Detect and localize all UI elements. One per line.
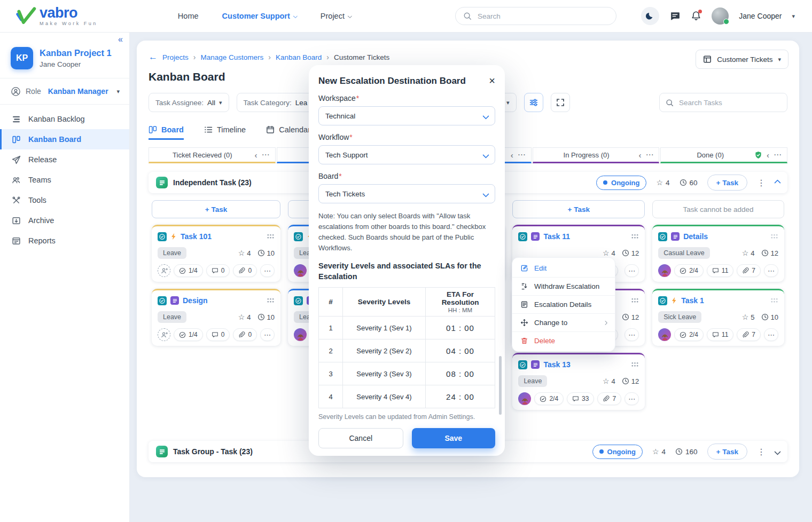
cancel-button[interactable]: Cancel <box>318 428 403 448</box>
column-menu-icon[interactable]: ⋯ <box>518 150 526 160</box>
comments-count[interactable]: 0 <box>206 264 230 277</box>
task-title[interactable]: Task 11 <box>543 232 570 241</box>
messages-button[interactable] <box>669 11 681 22</box>
add-task-button[interactable]: + Task <box>152 200 280 218</box>
card-more-button[interactable]: ⋯ <box>764 328 778 341</box>
drag-handle-icon[interactable] <box>770 233 778 240</box>
task-title[interactable]: Design <box>183 296 208 305</box>
role-selector[interactable]: Role Kanban Manager ▾ <box>0 78 129 105</box>
column-collapse-icon[interactable]: ‹ <box>767 151 769 160</box>
assign-user-icon[interactable] <box>158 264 170 277</box>
comments-count[interactable]: 11 <box>707 264 733 277</box>
card-more-button[interactable]: ⋯ <box>260 264 275 277</box>
menu-item-delete[interactable]: Delete <box>512 331 615 350</box>
menu-item-withdraw-escalation[interactable]: Withdraw Escalation <box>512 277 615 295</box>
task-search[interactable] <box>659 93 787 112</box>
task-title[interactable]: Task 101 <box>181 232 212 241</box>
task-title[interactable]: Task 13 <box>543 360 570 369</box>
menu-item-change-to[interactable]: Change to <box>512 313 615 331</box>
task-search-input[interactable] <box>678 98 776 107</box>
notifications-button[interactable] <box>691 11 701 21</box>
modal-scrollbar[interactable] <box>499 356 502 415</box>
task-card[interactable]: Task 1 Sick Leave ☆5 10 2/4 11 7 ⋯ <box>652 289 784 346</box>
attachments-count[interactable]: 0 <box>233 264 257 277</box>
column-collapse-icon[interactable]: ‹ <box>511 151 513 160</box>
column-collapse-icon[interactable]: ‹ <box>255 151 257 160</box>
drag-handle-icon[interactable] <box>631 233 639 240</box>
sidebar-item-reports[interactable]: Reports <box>0 231 129 251</box>
eta-value[interactable]: 04 : 00 <box>426 339 495 362</box>
tab-timeline[interactable]: Timeline <box>204 125 246 140</box>
comments-count[interactable]: 11 <box>707 328 733 341</box>
board-selector-dropdown[interactable]: Customer Tickets ▾ <box>696 50 788 69</box>
assignee-avatar[interactable] <box>294 264 307 277</box>
attachments-count[interactable]: 7 <box>597 392 621 405</box>
sidebar-collapse-icon[interactable]: « <box>118 35 123 44</box>
user-name[interactable]: Jane Cooper <box>739 12 782 20</box>
add-task-button[interactable]: + Task <box>707 175 747 191</box>
crumb-manage-customers[interactable]: Manage Customers <box>200 53 263 61</box>
eta-value[interactable]: 01 : 00 <box>426 317 495 339</box>
section-expand-icon[interactable] <box>774 448 781 455</box>
add-task-button[interactable]: + Task <box>707 444 747 460</box>
dark-mode-toggle[interactable] <box>641 7 659 25</box>
menu-item-escalation-details[interactable]: Escalation Details <box>512 295 615 313</box>
save-button[interactable]: Save <box>412 428 496 448</box>
task-card[interactable]: Task 101 Leave ☆4 10 1/4 0 0 ⋯ <box>152 225 280 282</box>
sidebar-item-kanban-board[interactable]: Kanban Board <box>0 129 129 149</box>
subtask-progress[interactable]: 1/4 <box>174 328 203 341</box>
comments-count[interactable]: 33 <box>567 392 594 405</box>
sidebar-item-teams[interactable]: Teams <box>0 170 129 190</box>
back-arrow-icon[interactable]: ← <box>149 52 158 62</box>
drag-handle-icon[interactable] <box>770 297 778 304</box>
attachments-count[interactable]: 7 <box>737 328 761 341</box>
crumb-projects[interactable]: Projects <box>162 53 189 61</box>
drag-handle-icon[interactable] <box>267 297 275 304</box>
subtask-progress[interactable]: 2/4 <box>674 264 704 277</box>
column-menu-icon[interactable]: ⋯ <box>774 150 782 160</box>
workspace-select[interactable]: Technical <box>318 106 495 125</box>
sidebar-item-tools[interactable]: Tools <box>0 190 129 210</box>
menu-item-edit[interactable]: Edit <box>512 259 615 277</box>
attachments-count[interactable]: 0 <box>233 328 257 341</box>
nav-project[interactable]: Project <box>321 12 352 20</box>
subtask-progress[interactable]: 1/4 <box>174 264 203 277</box>
sidebar-item-release[interactable]: Release <box>0 149 129 170</box>
assignee-filter[interactable]: Task Assignee: All ▾ <box>149 93 229 112</box>
attachments-count[interactable]: 7 <box>737 264 761 277</box>
task-title[interactable]: Details <box>683 232 708 241</box>
comments-count[interactable]: 0 <box>206 328 230 341</box>
section-collapse-icon[interactable] <box>774 179 781 186</box>
section-menu-icon[interactable]: ⋮ <box>757 178 766 188</box>
assignee-avatar[interactable] <box>658 328 671 341</box>
drag-handle-icon[interactable] <box>631 361 639 368</box>
card-more-button[interactable]: ⋯ <box>624 328 639 341</box>
tab-calendar[interactable]: Calendar <box>266 125 310 140</box>
assignee-avatar[interactable] <box>294 328 307 341</box>
card-more-button[interactable]: ⋯ <box>260 328 275 341</box>
add-task-button[interactable]: + Task <box>512 200 645 218</box>
tab-board[interactable]: Board <box>149 125 184 140</box>
task-card[interactable]: Details Casual Leave ☆4 12 2/4 11 7 ⋯ <box>652 225 784 282</box>
user-avatar[interactable] <box>712 7 729 25</box>
section-menu-icon[interactable]: ⋮ <box>757 447 766 457</box>
assignee-avatar[interactable] <box>518 392 531 405</box>
status-badge[interactable]: Ongoing <box>592 445 643 459</box>
eta-value[interactable]: 08 : 00 <box>426 362 495 385</box>
workflow-select[interactable]: Tech Support <box>318 145 495 164</box>
column-menu-icon[interactable]: ⋯ <box>645 150 653 160</box>
filter-settings-button[interactable] <box>524 93 543 112</box>
vabro-logo[interactable]: vabro Make Work Fun <box>16 6 98 26</box>
nav-home[interactable]: Home <box>178 12 199 20</box>
column-collapse-icon[interactable]: ‹ <box>638 151 641 160</box>
card-more-button[interactable]: ⋯ <box>624 264 639 277</box>
user-menu-caret-icon[interactable]: ▾ <box>792 13 795 20</box>
column-in-progress[interactable]: In Progress (0) ‹ ⋯ <box>533 147 660 163</box>
close-icon[interactable]: × <box>489 76 495 85</box>
card-more-button[interactable]: ⋯ <box>764 264 778 277</box>
sidebar-item-kanban-backlog[interactable]: Kanban Backlog <box>0 109 129 129</box>
drag-handle-icon[interactable] <box>267 233 275 240</box>
board-select[interactable]: Tech Tickets <box>318 184 495 203</box>
card-more-button[interactable]: ⋯ <box>624 392 639 405</box>
column-menu-icon[interactable]: ⋯ <box>262 150 270 160</box>
